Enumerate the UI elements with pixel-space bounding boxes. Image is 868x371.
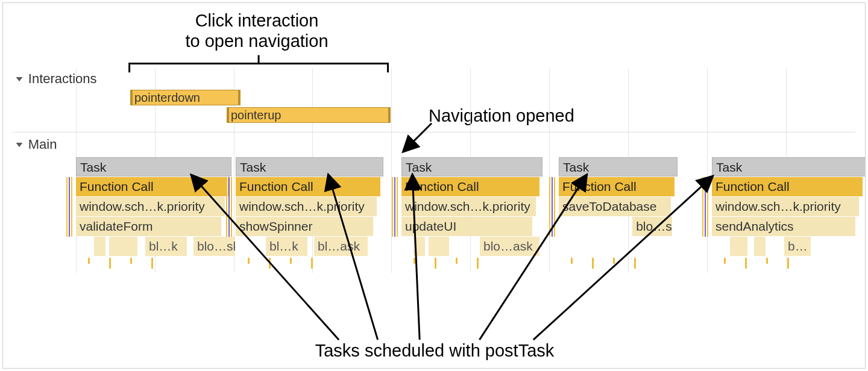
flame-sub[interactable]: validateForm	[76, 217, 222, 236]
track-main-label: ▼Main	[13, 137, 57, 152]
flame-task[interactable]: Task	[559, 157, 678, 176]
annotation-click-interaction: Click interaction to open navigation	[133, 10, 380, 51]
flame-block	[730, 237, 748, 256]
flame-sliver	[394, 177, 396, 237]
timeline-area: Click interaction to open navigation Nav…	[13, 3, 855, 368]
timeline-gridline	[865, 68, 866, 273]
timeline-gridline	[391, 68, 392, 273]
track-interactions-label: ▼Interactions	[13, 71, 97, 87]
annotation-nav-opened: Navigation opened	[429, 105, 609, 126]
flame-tick	[745, 258, 747, 269]
flame-sliver	[554, 177, 556, 237]
flame-sliver	[702, 177, 704, 237]
flame-tick	[571, 258, 573, 264]
flame-sliver	[226, 177, 228, 237]
flame-tick	[130, 258, 132, 264]
flame-sliver	[66, 177, 68, 237]
flame-block[interactable]: bl…ask	[314, 237, 368, 256]
flame-tick	[290, 258, 292, 264]
flame-tick	[109, 258, 111, 269]
flame-sliver	[71, 177, 73, 237]
flame-function-call[interactable]: Function Call	[401, 177, 540, 196]
flame-tick	[592, 258, 594, 269]
flame-tick	[456, 258, 458, 264]
flame-block[interactable]: blo…ask	[480, 237, 540, 256]
flame-tick	[613, 258, 615, 264]
flame-priority[interactable]: window.sch…k.priority	[236, 197, 377, 216]
flame-sub[interactable]: updateUI	[401, 217, 533, 236]
track-divider	[13, 132, 855, 132]
flame-sliver	[231, 177, 233, 237]
flame-sliver	[397, 177, 398, 237]
flame-sliver	[549, 177, 551, 237]
flame-block[interactable]: bl…k	[145, 237, 187, 256]
flame-block[interactable]: blo…sk	[193, 237, 236, 256]
flame-priority[interactable]: window.sch…k.priority	[712, 197, 860, 216]
flame-tick	[311, 258, 313, 269]
flame-tick	[414, 258, 415, 264]
flame-tick	[151, 258, 153, 269]
devtools-performance-diagram: Click interaction to open navigation Nav…	[2, 2, 866, 369]
disclosure-triangle-icon: ▼	[14, 140, 25, 149]
interaction-bar[interactable]: pointerdown	[130, 90, 241, 105]
flame-task[interactable]: Task	[236, 157, 383, 176]
flame-tick	[88, 258, 90, 264]
flame-block	[109, 237, 138, 256]
flame-sub[interactable]: showSpinner	[236, 217, 374, 236]
flame-sliver	[705, 177, 706, 237]
flame-priority[interactable]: window.sch…k.priority	[401, 197, 536, 216]
flame-sub[interactable]: blo…sk	[632, 217, 673, 236]
timeline-gridline	[549, 68, 550, 273]
flame-block	[414, 237, 426, 256]
flame-function-call[interactable]: Function Call	[236, 177, 381, 196]
flame-block[interactable]: bl…k	[266, 237, 308, 256]
flame-sliver	[707, 177, 709, 237]
flame-function-call[interactable]: Function Call	[712, 177, 863, 196]
flame-tick	[724, 258, 726, 264]
flame-priority[interactable]: window.sch…k.priority	[76, 197, 225, 216]
flame-tick	[787, 258, 789, 269]
flame-sub[interactable]: sendAnalytics	[712, 217, 856, 236]
annotation-tasks-scheduled: Tasks scheduled with postTask	[254, 340, 615, 361]
flame-block	[754, 237, 766, 256]
timeline-gridline	[707, 68, 708, 273]
flame-sliver	[69, 177, 71, 237]
interaction-bar[interactable]: pointerup	[227, 107, 391, 123]
flame-tick	[435, 258, 436, 269]
flame-task[interactable]: Task	[712, 157, 866, 176]
flame-task[interactable]: Task	[401, 157, 542, 176]
flame-tick	[634, 258, 636, 269]
flame-sliver	[392, 177, 394, 237]
flame-sliver	[552, 177, 553, 237]
flame-priority[interactable]: saveToDatabase	[559, 197, 671, 216]
flame-tick	[477, 258, 479, 269]
flame-task[interactable]: Task	[76, 157, 231, 176]
flame-function-call[interactable]: Function Call	[559, 177, 675, 196]
flame-block[interactable]: b…	[784, 237, 811, 256]
flame-tick	[248, 258, 250, 264]
flame-function-call[interactable]: Function Call	[76, 177, 229, 196]
flame-block	[429, 237, 450, 256]
flame-block	[94, 237, 106, 256]
disclosure-triangle-icon: ▼	[14, 75, 25, 83]
flame-tick	[269, 258, 271, 269]
flame-tick	[766, 258, 768, 264]
flame-sliver	[228, 177, 230, 237]
